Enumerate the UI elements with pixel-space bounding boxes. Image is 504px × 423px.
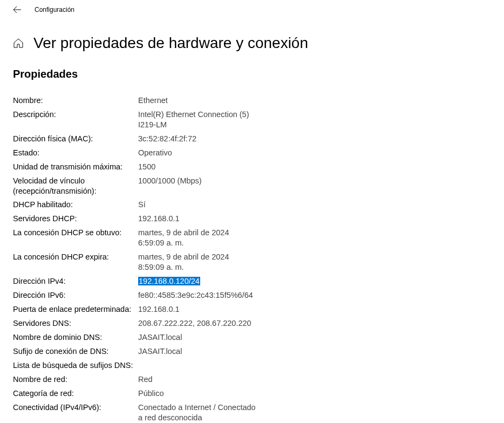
property-row: Lista de búsqueda de sufijos DNS: xyxy=(13,360,491,371)
property-label: Velocidad de vínculo (recepción/transmis… xyxy=(13,176,138,196)
property-label: Servidores DHCP: xyxy=(13,214,138,224)
property-label: Servidores DNS: xyxy=(13,318,138,329)
property-row: Sufijo de conexión de DNS:JASAIT.local xyxy=(13,346,491,357)
property-row: Velocidad de vínculo (recepción/transmis… xyxy=(13,176,491,196)
title-row: Ver propiedades de hardware y conexión xyxy=(0,19,504,52)
property-row: Dirección física (MAC):3c:52:82:4f:2f:72 xyxy=(13,134,491,144)
section-heading: Propiedades xyxy=(13,68,491,80)
property-row: Estado:Operativo xyxy=(13,148,491,158)
property-label: Dirección IPv6: xyxy=(13,290,138,301)
property-row: Dirección IPv6:fe80::4585:3e9c:2c43:15f5… xyxy=(13,290,491,301)
property-label: Sufijo de conexión de DNS: xyxy=(13,346,138,357)
property-value: JASAIT.local xyxy=(138,346,182,357)
property-value: 192.168.0.1 xyxy=(138,304,180,315)
property-value: fe80::4585:3e9c:2c43:15f5%6/64 xyxy=(138,290,253,301)
property-value: JASAIT.local xyxy=(138,332,182,343)
property-label: La concesión DHCP expira: xyxy=(13,252,138,262)
property-value: 3c:52:82:4f:2f:72 xyxy=(138,134,196,144)
property-value: 192.168.0.1 xyxy=(138,214,180,224)
property-label: Puerta de enlace predeterminada: xyxy=(13,304,138,315)
property-value: Red xyxy=(138,374,153,385)
property-label: Categoría de red: xyxy=(13,388,138,399)
property-row: Puerta de enlace predeterminada:192.168.… xyxy=(13,304,491,315)
property-row: Unidad de transmisión máxima:1500 xyxy=(13,162,491,172)
property-value: Operativo xyxy=(138,148,172,158)
property-label: Descripción: xyxy=(13,110,138,120)
property-label: Dirección física (MAC): xyxy=(13,134,138,144)
property-row: DHCP habilitado:Sí xyxy=(13,200,491,210)
property-value: Sí xyxy=(138,200,146,210)
page-title: Ver propiedades de hardware y conexión xyxy=(33,35,308,52)
property-label: Nombre: xyxy=(13,95,138,106)
selected-text: 192.168.0.120/24 xyxy=(138,277,200,285)
property-value: 1000/1000 (Mbps) xyxy=(138,176,202,186)
property-row: Dirección IPv4:192.168.0.120/24 xyxy=(13,276,491,286)
property-label: Nombre de red: xyxy=(13,374,138,385)
property-label: Estado: xyxy=(13,148,138,158)
property-label: Lista de búsqueda de sufijos DNS: xyxy=(13,360,138,371)
property-row: Nombre:Ethernet xyxy=(13,95,491,106)
properties-list: Nombre:EthernetDescripción:Intel(R) Ethe… xyxy=(13,95,491,422)
property-value: Público xyxy=(138,388,164,399)
property-value: 1500 xyxy=(138,162,155,172)
property-label: Unidad de transmisión máxima: xyxy=(13,162,138,172)
property-row: Categoría de red:Público xyxy=(13,388,491,399)
home-icon[interactable] xyxy=(13,38,24,49)
property-value: 208.67.222.222, 208.67.220.220 xyxy=(138,318,251,329)
property-row: Servidores DNS:208.67.222.222, 208.67.22… xyxy=(13,318,491,329)
content-area: Propiedades Nombre:EthernetDescripción:I… xyxy=(0,52,504,422)
property-row: La concesión DHCP se obtuvo:martes, 9 de… xyxy=(13,228,491,248)
property-value: martes, 9 de abril de 2024 6:59:09 a. m. xyxy=(138,228,257,248)
property-row: Descripción:Intel(R) Ethernet Connection… xyxy=(13,110,491,130)
property-row: Nombre de red:Red xyxy=(13,374,491,385)
header-bar: Configuración xyxy=(0,0,504,19)
property-value: Conectado a Internet / Conectado a red d… xyxy=(138,402,257,423)
header-title: Configuración xyxy=(35,6,74,13)
property-value: 192.168.0.120/24 xyxy=(138,276,200,286)
property-label: La concesión DHCP se obtuvo: xyxy=(13,228,138,238)
property-row: Nombre de dominio DNS:JASAIT.local xyxy=(13,332,491,343)
property-label: Conectividad (IPv4/IPv6): xyxy=(13,402,138,413)
property-label: DHCP habilitado: xyxy=(13,200,138,210)
property-label: Dirección IPv4: xyxy=(13,276,138,286)
property-row: Servidores DHCP:192.168.0.1 xyxy=(13,214,491,224)
property-label: Nombre de dominio DNS: xyxy=(13,332,138,343)
property-value: Intel(R) Ethernet Connection (5) I219-LM xyxy=(138,110,257,130)
property-value: Ethernet xyxy=(138,95,168,106)
back-arrow-icon xyxy=(13,5,22,14)
back-button[interactable] xyxy=(13,5,22,14)
property-value: martes, 9 de abril de 2024 8:59:09 a. m. xyxy=(138,252,257,272)
property-row: La concesión DHCP expira:martes, 9 de ab… xyxy=(13,252,491,272)
property-row: Conectividad (IPv4/IPv6):Conectado a Int… xyxy=(13,402,491,423)
